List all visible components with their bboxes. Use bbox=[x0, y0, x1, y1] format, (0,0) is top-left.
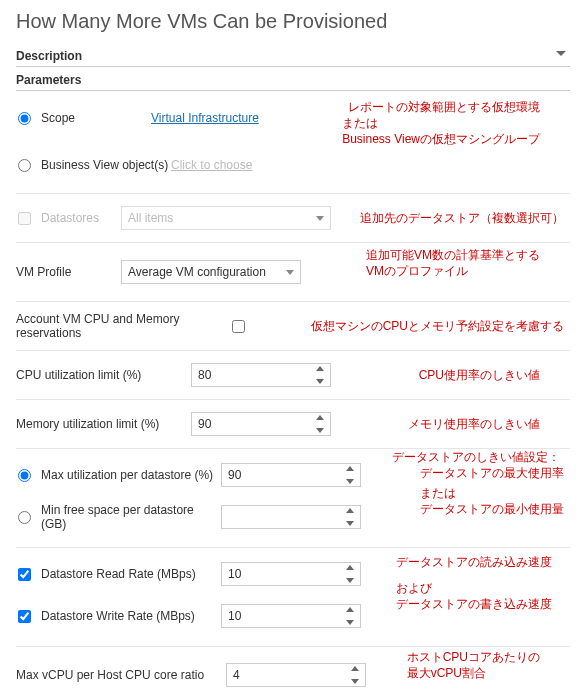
vmprofile-select[interactable]: Average VM configuration bbox=[121, 260, 301, 284]
read-rate-input[interactable]: 10 bbox=[221, 562, 361, 586]
min-ds-label: Min free space per datastore (GB) bbox=[41, 503, 221, 531]
vcpu-ratio-value: 4 bbox=[233, 668, 240, 682]
cpu-limit-input[interactable]: 80 bbox=[191, 363, 331, 387]
min-ds-input[interactable] bbox=[221, 505, 361, 529]
stepper-down-icon[interactable] bbox=[351, 679, 359, 684]
description-label: Description bbox=[16, 49, 82, 63]
note-scope-3: Business Viewの仮想マシングループ bbox=[342, 131, 540, 147]
stepper-up-icon[interactable] bbox=[346, 508, 354, 513]
datastores-select[interactable]: All items bbox=[121, 206, 331, 230]
stepper-down-icon[interactable] bbox=[316, 379, 324, 384]
note-datastores: 追加先のデータストア（複数選択可） bbox=[360, 210, 564, 226]
chevron-down-icon bbox=[556, 51, 566, 56]
max-ds-label: Max utilization per datastore (%) bbox=[41, 468, 221, 482]
note-scope-2: または bbox=[342, 115, 540, 131]
stepper-down-icon[interactable] bbox=[346, 479, 354, 484]
bvo-label: Business View object(s) bbox=[41, 158, 171, 172]
note-vmprof-1: 追加可能VM数の計算基準とする bbox=[366, 247, 540, 263]
min-ds-radio[interactable] bbox=[18, 511, 31, 524]
description-header[interactable]: Description bbox=[16, 43, 570, 67]
note-vmprof-2: VMのプロファイル bbox=[366, 263, 540, 279]
vmprofile-label: VM Profile bbox=[16, 265, 121, 279]
write-rate-checkbox[interactable] bbox=[18, 610, 31, 623]
mem-limit-value: 90 bbox=[198, 417, 211, 431]
stepper-up-icon[interactable] bbox=[316, 415, 324, 420]
note-cpu: CPU使用率のしきい値 bbox=[419, 367, 540, 383]
stepper-down-icon[interactable] bbox=[346, 620, 354, 625]
read-rate-value: 10 bbox=[228, 567, 241, 581]
parameters-header[interactable]: Parameters bbox=[16, 67, 570, 91]
parameters-label: Parameters bbox=[16, 73, 81, 87]
bvo-link[interactable]: Click to choose bbox=[171, 158, 252, 172]
note-read: データストアの読み込み速度 bbox=[396, 554, 552, 570]
stepper-up-icon[interactable] bbox=[351, 666, 359, 671]
stepper-up-icon[interactable] bbox=[346, 565, 354, 570]
note-ds-title: データストアのしきい値設定： bbox=[392, 449, 564, 465]
note-rw-and: および bbox=[396, 580, 552, 596]
note-ds-b: データストアの最小使用量 bbox=[420, 501, 564, 517]
note-vcpu-1: ホストCPUコアあたりの bbox=[407, 649, 540, 665]
write-rate-input[interactable]: 10 bbox=[221, 604, 361, 628]
scope-radio[interactable] bbox=[18, 112, 31, 125]
scope-label: Scope bbox=[41, 111, 151, 125]
note-write: データストアの書き込み速度 bbox=[396, 596, 552, 612]
vmprofile-value: Average VM configuration bbox=[128, 265, 266, 279]
chevron-down-icon bbox=[316, 216, 324, 221]
vcpu-ratio-input[interactable]: 4 bbox=[226, 663, 366, 687]
scope-link[interactable]: Virtual Infrastructure bbox=[151, 111, 259, 125]
note-mem: メモリ使用率のしきい値 bbox=[408, 416, 540, 432]
write-rate-value: 10 bbox=[228, 609, 241, 623]
note-vcpu-2: 最大vCPU割合 bbox=[407, 665, 540, 681]
note-ds-or: または bbox=[420, 485, 564, 501]
note-ds-a: データストアの最大使用率 bbox=[420, 465, 564, 481]
cpu-limit-label: CPU utilization limit (%) bbox=[16, 368, 191, 382]
note-scope-1: レポートの対象範囲とする仮想環境 bbox=[348, 99, 540, 115]
bvo-radio[interactable] bbox=[18, 159, 31, 172]
reservations-checkbox[interactable] bbox=[232, 320, 245, 333]
stepper-down-icon[interactable] bbox=[346, 521, 354, 526]
chevron-down-icon bbox=[286, 270, 294, 275]
max-ds-radio[interactable] bbox=[18, 469, 31, 482]
mem-limit-label: Memory utilization limit (%) bbox=[16, 417, 191, 431]
cpu-limit-value: 80 bbox=[198, 368, 211, 382]
datastores-value: All items bbox=[128, 211, 173, 225]
stepper-up-icon[interactable] bbox=[316, 366, 324, 371]
write-rate-label: Datastore Write Rate (MBps) bbox=[41, 609, 221, 623]
read-rate-checkbox[interactable] bbox=[18, 568, 31, 581]
datastores-label: Datastores bbox=[41, 211, 121, 225]
mem-limit-input[interactable]: 90 bbox=[191, 412, 331, 436]
page-title: How Many More VMs Can be Provisioned bbox=[16, 10, 570, 33]
stepper-down-icon[interactable] bbox=[346, 578, 354, 583]
max-ds-input[interactable]: 90 bbox=[221, 463, 361, 487]
max-ds-value: 90 bbox=[228, 468, 241, 482]
stepper-down-icon[interactable] bbox=[316, 428, 324, 433]
datastores-checkbox[interactable] bbox=[18, 212, 31, 225]
vcpu-ratio-label: Max vCPU per Host CPU core ratio bbox=[16, 668, 226, 682]
read-rate-label: Datastore Read Rate (MBps) bbox=[41, 567, 221, 581]
note-reservations: 仮想マシンのCPUとメモリ予約設定を考慮する bbox=[311, 318, 564, 334]
stepper-up-icon[interactable] bbox=[346, 607, 354, 612]
reservations-label: Account VM CPU and Memory reservations bbox=[16, 312, 232, 340]
stepper-up-icon[interactable] bbox=[346, 466, 354, 471]
